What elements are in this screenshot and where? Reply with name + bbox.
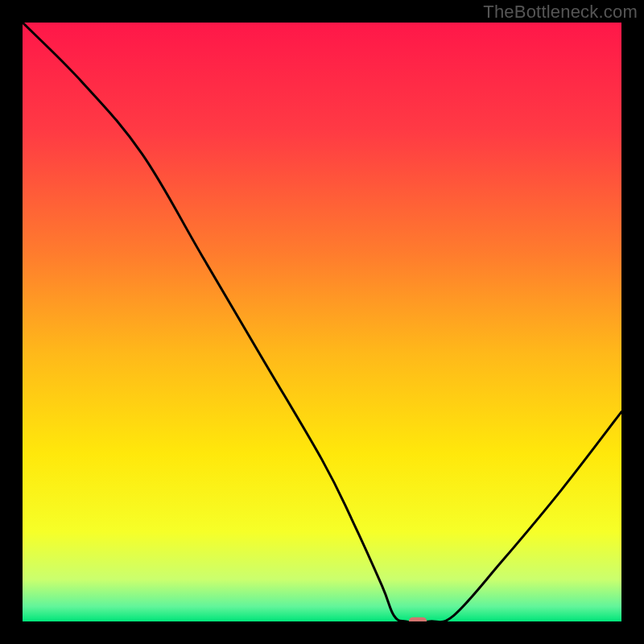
chart-frame: TheBottleneck.com <box>0 0 644 644</box>
chart-background <box>23 23 621 621</box>
watermark-label: TheBottleneck.com <box>483 2 638 23</box>
chart-plot-area <box>23 23 621 621</box>
chart-marker <box>409 617 427 621</box>
chart-svg <box>23 23 621 621</box>
